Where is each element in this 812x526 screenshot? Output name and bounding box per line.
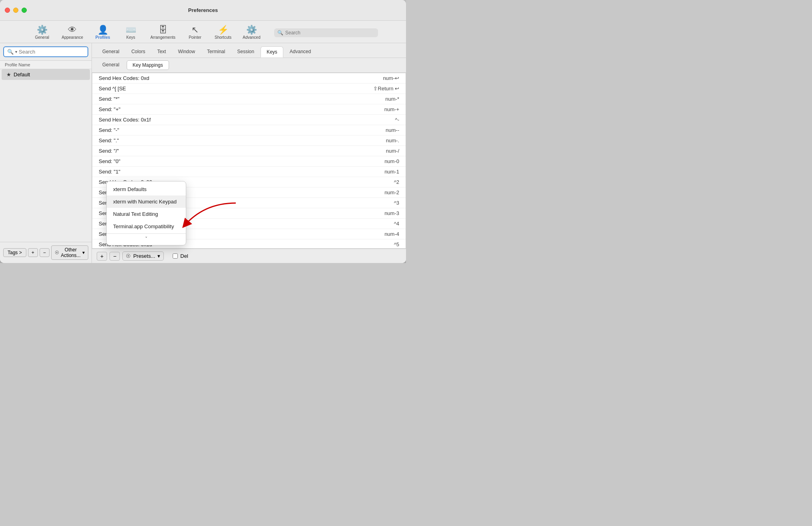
km-key: num-+ xyxy=(351,106,399,112)
table-row[interactable]: Send: "1" num-1 xyxy=(92,167,406,177)
km-key: ^2 xyxy=(351,179,399,185)
table-row[interactable]: Send: "-" num-- xyxy=(92,125,406,135)
dropdown-item-terminal-compat[interactable]: Terminal.app Compatibility xyxy=(107,220,186,233)
sub-tab-keymappings[interactable]: Key Mappings xyxy=(127,60,169,70)
tab-colors[interactable]: Colors xyxy=(126,46,151,58)
toolbar-item-appearance[interactable]: 👁 Appearance xyxy=(56,24,89,41)
titlebar: Preferences xyxy=(0,0,406,21)
km-key: num-- xyxy=(351,127,399,133)
tab-text[interactable]: Text xyxy=(151,46,171,58)
profile-item-label: Default xyxy=(14,72,30,78)
dropdown-divider xyxy=(107,233,186,234)
profile-search-field[interactable]: 🔍 ▾ xyxy=(3,46,88,57)
toolbar-label-advanced: Advanced xyxy=(243,35,260,40)
tab-keys[interactable]: Keys xyxy=(261,46,283,58)
toolbar-item-advanced[interactable]: ⚙️ Advanced xyxy=(237,24,266,41)
dropdown-item-xterm-numeric[interactable]: xterm with Numeric Keypad xyxy=(107,195,186,208)
km-action: Send: "." xyxy=(99,137,351,143)
km-key: num-1 xyxy=(351,169,399,175)
checkbox-area: Del xyxy=(173,253,188,259)
left-panel-footer: Tags > + − ☉ Other Actions... ▾ xyxy=(0,242,92,263)
del-label: Del xyxy=(180,253,188,259)
km-key: num-↩ xyxy=(351,75,399,81)
km-key: num-3 xyxy=(351,210,399,216)
keyboard-icon: ⌨️ xyxy=(125,26,136,34)
right-content: General Colors Text Window Terminal xyxy=(92,43,406,263)
profile-list: ★ Default xyxy=(0,69,92,242)
sub-tab-general[interactable]: General xyxy=(97,60,125,70)
profile-search-bar: 🔍 ▾ xyxy=(0,43,92,61)
km-action: Send: "*" xyxy=(99,96,351,102)
tab-general[interactable]: General xyxy=(97,46,125,58)
presets-dropdown[interactable]: ☉ Presets... ▾ xyxy=(122,251,164,261)
dropdown-item-xterm-defaults[interactable]: xterm Defaults xyxy=(107,183,186,195)
toolbar-item-arrangements[interactable]: 🗄 Arrangements xyxy=(145,24,181,41)
main-content: 🔍 ▾ Profile Name ★ Default Tags > xyxy=(0,43,406,263)
sub-tabs-row: General Key Mappings xyxy=(92,58,406,73)
add-mapping-button[interactable]: + xyxy=(97,252,107,261)
km-key: num-. xyxy=(351,137,399,143)
presets-label: Presets... xyxy=(133,253,155,259)
dropdown-more-arrow[interactable]: ˅ xyxy=(107,235,186,243)
profile-item-default[interactable]: ★ Default xyxy=(2,69,90,80)
km-key: num-/ xyxy=(351,148,399,154)
toolbar-search-input[interactable] xyxy=(285,30,375,36)
km-action: Send ^[ [SE xyxy=(99,86,351,92)
del-checkbox[interactable] xyxy=(173,253,178,259)
km-action: Send: "-" xyxy=(99,127,351,133)
km-key: num-2 xyxy=(351,189,399,195)
toolbar-label-pointer: Pointer xyxy=(189,35,201,40)
other-actions-button[interactable]: ☉ Other Actions... ▾ xyxy=(51,245,88,260)
table-row[interactable]: Send: "." num-. xyxy=(92,135,406,146)
toolbar-label-arrangements: Arrangements xyxy=(150,35,175,40)
search-magnifier-icon: 🔍 xyxy=(7,49,14,55)
shortcuts-icon: ⚡ xyxy=(218,26,229,34)
tab-session[interactable]: Session xyxy=(231,46,260,58)
toolbar-label-shortcuts: Shortcuts xyxy=(215,35,231,40)
presets-dropdown-popup: xterm Defaults xterm with Numeric Keypad… xyxy=(106,181,186,245)
search-icon: 🔍 xyxy=(277,30,283,36)
toolbar-item-pointer[interactable]: ↖ Pointer xyxy=(181,24,209,41)
maximize-button[interactable] xyxy=(22,8,27,13)
toolbar-search-field[interactable]: 🔍 xyxy=(274,28,378,37)
minimize-button[interactable] xyxy=(13,8,18,13)
table-row[interactable]: Send ^[ [SE ⇧Return ↩ xyxy=(92,84,406,94)
table-row[interactable]: Send: "+" num-+ xyxy=(92,104,406,115)
table-row[interactable]: Send: "/" num-/ xyxy=(92,146,406,156)
km-action: Send: "0" xyxy=(99,158,351,164)
tab-advanced[interactable]: Advanced xyxy=(284,46,316,58)
remove-mapping-button[interactable]: − xyxy=(109,252,120,261)
tab-window[interactable]: Window xyxy=(172,46,201,58)
toolbar-item-shortcuts[interactable]: ⚡ Shortcuts xyxy=(209,24,237,41)
table-row[interactable]: Send Hex Codes: 0x1f ^- xyxy=(92,115,406,125)
toolbar-label-keys: Keys xyxy=(126,35,135,40)
table-row[interactable]: Send: "0" num-0 xyxy=(92,156,406,167)
tab-terminal[interactable]: Terminal xyxy=(201,46,231,58)
presets-icon: ☉ xyxy=(126,253,131,259)
profile-list-header: Profile Name xyxy=(0,61,92,69)
km-action: Send: "+" xyxy=(99,106,351,112)
toolbar-label-appearance: Appearance xyxy=(62,35,83,40)
dropdown-item-natural-text[interactable]: Natural Text Editing xyxy=(107,208,186,220)
toolbar-item-general[interactable]: ⚙️ General xyxy=(28,24,56,41)
bottom-bar: + − ☉ Presets... ▾ Del xyxy=(92,249,406,263)
profile-search-input[interactable] xyxy=(19,49,84,55)
table-row[interactable]: Send: "*" num-* xyxy=(92,94,406,104)
table-row[interactable]: Send Hex Codes: 0xd num-↩ xyxy=(92,73,406,84)
km-action: Send Hex Codes: 0x1f xyxy=(99,117,351,123)
search-dropdown-icon[interactable]: ▾ xyxy=(15,50,17,54)
advanced-icon: ⚙️ xyxy=(246,26,257,34)
other-actions-icon: ☉ xyxy=(55,250,59,255)
km-key: ^- xyxy=(351,117,399,123)
km-action: Send: "1" xyxy=(99,169,351,175)
toolbar-item-profiles[interactable]: 👤 Profiles xyxy=(89,24,117,41)
km-key: ^5 xyxy=(351,241,399,247)
tags-button[interactable]: Tags > xyxy=(3,248,26,257)
add-profile-button[interactable]: + xyxy=(28,248,38,257)
arrangements-icon: 🗄 xyxy=(159,26,167,34)
close-button[interactable] xyxy=(5,8,10,13)
km-key: ^3 xyxy=(351,200,399,206)
left-panel: 🔍 ▾ Profile Name ★ Default Tags > xyxy=(0,43,92,263)
remove-profile-button[interactable]: − xyxy=(40,248,50,257)
toolbar-item-keys[interactable]: ⌨️ Keys xyxy=(117,24,145,41)
